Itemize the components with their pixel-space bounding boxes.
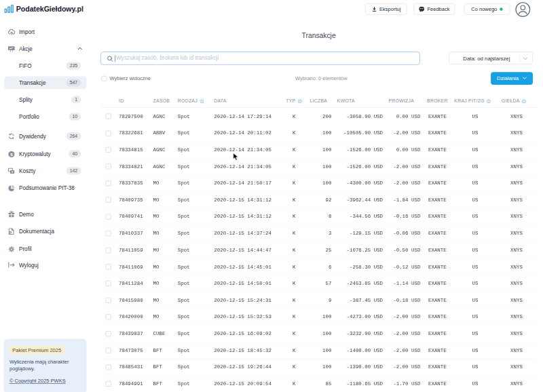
svg-text:$: $	[10, 151, 13, 156]
